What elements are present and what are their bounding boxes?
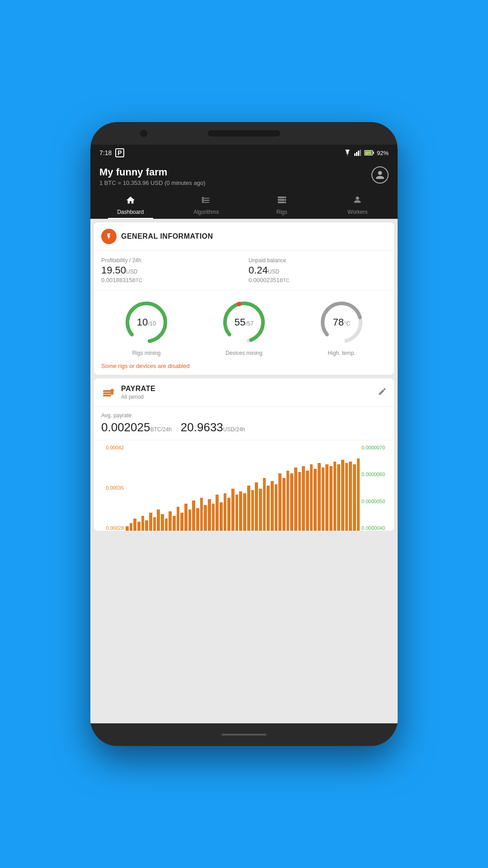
- y-right-label-0: 0.0000070: [361, 445, 390, 450]
- rigs-gauge-visual: 10/10: [122, 297, 171, 347]
- unpaid-usd-value: 0.24USD: [249, 265, 387, 275]
- y-right-label-2: 0.0000050: [361, 499, 390, 504]
- app-header: My funny farm 1 BTC = 10,353.96 USD (0 m…: [90, 161, 398, 191]
- battery-icon: ⚡: [364, 150, 374, 156]
- tab-workers[interactable]: Workers: [320, 191, 396, 219]
- unpaid-btc-value: 0.00002351BTC: [249, 277, 387, 283]
- home-icon: [126, 195, 136, 207]
- devices-value-center: 55/57: [235, 317, 254, 327]
- payrate-chart: 0.00042 0.00035 0.00028 0.0000070 0.0000…: [94, 440, 394, 531]
- chart-bar: [192, 500, 195, 531]
- svg-rect-2: [358, 151, 359, 156]
- payrate-title: PAYRATE: [121, 385, 373, 393]
- parking-icon: P: [115, 148, 124, 157]
- chart-bar: [141, 516, 145, 531]
- chart-bar: [318, 463, 321, 531]
- chart-y-right: 0.0000070 0.0000060 0.0000050 0.0000040: [360, 445, 390, 531]
- battery-percentage: 92%: [377, 150, 389, 156]
- chart-bar: [216, 495, 219, 531]
- general-info-title: GENERAL INFORMATION: [121, 232, 213, 241]
- chart-bar: [157, 509, 160, 531]
- chart-bar: [294, 467, 297, 531]
- svg-rect-10: [202, 201, 204, 203]
- chart-bar: [133, 519, 136, 531]
- camera: [140, 130, 147, 137]
- status-bar: 7:18 P: [90, 145, 398, 161]
- y-left-label-2: 0.00028: [98, 525, 124, 531]
- svg-rect-25: [103, 392, 111, 394]
- status-left: 7:18 P: [99, 148, 124, 157]
- chart-bar: [212, 504, 215, 531]
- lightning-icon: [101, 229, 117, 244]
- svg-point-15: [284, 199, 285, 200]
- time-display: 7:18: [99, 149, 112, 156]
- tab-dashboard[interactable]: Dashboard: [93, 191, 169, 219]
- edit-payrate-button[interactable]: [378, 387, 387, 398]
- svg-rect-12: [278, 199, 286, 201]
- chart-bar: [220, 502, 223, 531]
- unpaid-balance-stat: Unpaid balance 0.24USD 0.00002351BTC: [249, 257, 387, 283]
- chart-bar: [227, 498, 230, 531]
- tab-algorithms[interactable]: Algorithms: [169, 191, 244, 219]
- speaker: [208, 130, 280, 137]
- chart-bar: [322, 467, 325, 531]
- status-right: ⚡ 92%: [343, 150, 389, 156]
- devices-gauge-visual: 55/57: [219, 297, 269, 347]
- chart-bar: [145, 520, 148, 531]
- chart-bar: [126, 526, 129, 531]
- chart-bar: [278, 473, 282, 531]
- profitability-section: Profitability / 24h 19.50USD 0.00188315B…: [94, 251, 394, 290]
- workers-icon: [352, 195, 362, 207]
- profitability-stat: Profitability / 24h 19.50USD 0.00188315B…: [101, 257, 239, 283]
- wifi-icon: [343, 150, 352, 156]
- chart-bar: [243, 493, 246, 531]
- chart-bar: [177, 507, 180, 531]
- payrate-header: PAYRATE All period: [94, 378, 394, 407]
- chart-bar: [282, 478, 286, 531]
- phone-device: 7:18 P: [90, 122, 398, 746]
- chart-bar: [341, 460, 344, 531]
- chart-bar: [345, 463, 348, 531]
- rigs-value-center: 10/10: [137, 317, 156, 327]
- nav-tabs: Dashboard Algorithms: [90, 191, 398, 219]
- chart-bar: [231, 489, 235, 531]
- svg-rect-3: [360, 150, 361, 156]
- chart-bar: [208, 499, 211, 531]
- chart-bars-container: [126, 445, 360, 531]
- chart-bar: [306, 471, 309, 531]
- chart-bar: [314, 469, 317, 531]
- chart-bar: [188, 509, 192, 531]
- avg-values: 0.002025BTC/24h 20.9633USD/24h: [101, 420, 387, 434]
- chart-bar: [298, 472, 301, 531]
- chart-bar: [137, 522, 141, 531]
- payrate-icon: [101, 385, 117, 400]
- avg-payrate-section: Avg. payrate 0.002025BTC/24h 20.9633USD/…: [94, 407, 394, 440]
- chart-bar: [169, 511, 172, 531]
- svg-rect-1: [356, 152, 357, 156]
- chart-bar: [200, 498, 203, 531]
- profitability-usd-value: 19.50USD: [101, 265, 239, 275]
- chart-bar: [329, 466, 333, 531]
- avg-payrate-label: Avg. payrate: [101, 412, 387, 419]
- chart-bar: [149, 513, 152, 531]
- svg-rect-13: [278, 202, 286, 203]
- phone-top: [90, 122, 398, 145]
- header-text-block: My funny farm 1 BTC = 10,353.96 USD (0 m…: [99, 166, 205, 186]
- payrate-title-block: PAYRATE All period: [121, 385, 373, 400]
- tab-workers-label: Workers: [347, 209, 367, 215]
- chart-y-left: 0.00042 0.00035 0.00028: [98, 445, 126, 531]
- chart-bar: [165, 519, 168, 531]
- svg-rect-5: [373, 152, 374, 154]
- home-indicator: [221, 734, 267, 736]
- avg-btc-value: 0.002025BTC/24h: [101, 420, 172, 434]
- svg-rect-8: [202, 197, 204, 199]
- chart-bar: [290, 473, 293, 531]
- gauges-row: 10/10 Rigs mining: [94, 290, 394, 360]
- profile-button[interactable]: [371, 166, 389, 184]
- tab-rigs[interactable]: Rigs: [244, 191, 320, 219]
- chart-bar: [310, 464, 313, 531]
- chart-bar: [275, 484, 278, 531]
- stats-row: Profitability / 24h 19.50USD 0.00188315B…: [101, 257, 387, 283]
- app-title: My funny farm: [99, 166, 205, 178]
- y-left-label-1: 0.00035: [98, 485, 124, 491]
